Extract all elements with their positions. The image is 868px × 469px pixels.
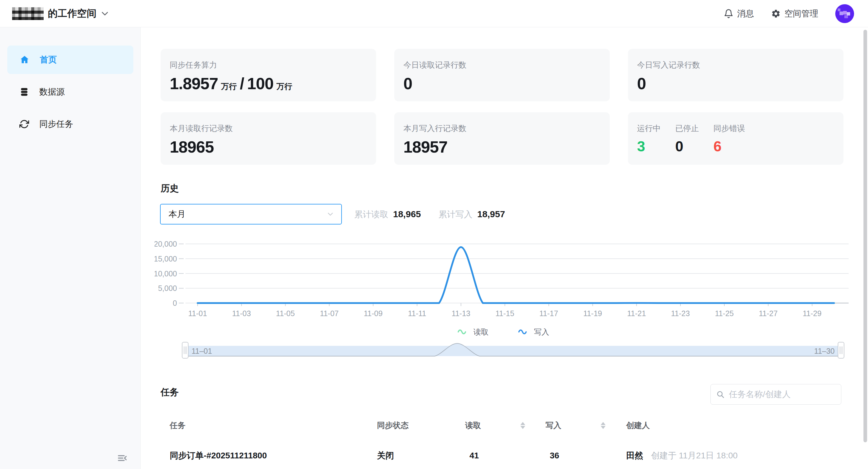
sort-down-icon [601,426,606,429]
card-month-read: 本月读取行记录数 18965 [161,112,376,165]
task-created-at: 创建于 11月21日 18:00 [651,450,738,462]
task-search[interactable] [710,384,841,405]
tasks-title: 任务 [161,386,179,399]
legend-read[interactable]: 读取 [457,327,489,337]
svg-text:11-15: 11-15 [496,309,514,318]
select-chevron-down-icon [326,210,335,218]
gear-icon [771,9,781,19]
collapse-sidebar-icon [116,452,128,464]
svg-text:11-27: 11-27 [759,309,778,318]
task-creator: 田然 [626,450,643,462]
read-wave-icon [457,328,468,335]
chart-legend: 读取 写入 [155,327,851,337]
legend-write-label: 写入 [534,327,549,337]
cumulative-write-value: 18,957 [477,209,505,219]
write-wave-icon [518,328,529,335]
database-icon [20,87,29,97]
svg-text:11–01: 11–01 [191,347,212,355]
svg-text:11-05: 11-05 [276,309,295,318]
topbar: 的工作空间 消息 空间管理 [0,0,868,27]
cumulative-write-label: 累计写入 [438,209,472,220]
date-range-value: 本月 [168,208,185,220]
svg-text:11-29: 11-29 [803,309,822,318]
svg-text:11-03: 11-03 [232,309,251,318]
card-month-read-label: 本月读取行记录数 [170,123,376,134]
home-icon [20,55,30,65]
card-month-write: 本月写入行记录数 18957 [394,112,610,165]
task-name[interactable]: 同步订单-#202511211800 [170,450,377,462]
legend-write[interactable]: 写入 [518,327,549,337]
svg-text:11-23: 11-23 [671,309,690,318]
card-today-write-value: 0 [637,74,646,93]
legend-read-label: 读取 [473,327,489,337]
sidebar-collapse-button[interactable] [116,452,128,464]
sidebar-item-home[interactable]: 首页 [7,46,133,74]
sidebar-item-sync-tasks[interactable]: 同步任务 [7,110,133,138]
svg-text:11-21: 11-21 [627,309,646,318]
table-row[interactable]: 同步订单-#202511211800 关闭 41 36 田然 创建于 11月21… [170,447,843,464]
history-line-chart[interactable]: 20,00015,00010,0005,000011-0111-0311-051… [155,240,851,325]
datazoom-slider[interactable]: 11–0111–30 [182,342,848,359]
card-today-write-label: 今日写入记录行数 [637,60,843,70]
column-read: 读取 [465,420,481,431]
status-stopped-value: 0 [675,138,699,155]
card-sync-compute-label: 同步任务算力 [170,60,376,70]
sort-up-icon [520,422,525,425]
status-error: 同步错误 6 [713,123,745,165]
sort-down-icon [520,426,525,429]
column-creator: 创建人 [626,420,843,431]
workspace-name-redacted [12,7,44,20]
card-sync-compute-quota-unit: 万行 [276,81,292,92]
svg-text:0: 0 [173,299,177,307]
cumulative-stats: 累计读取 18,965 累计写入 18,957 [354,209,505,220]
svg-text:5,000: 5,000 [158,284,177,292]
task-write-count: 36 [546,451,626,461]
sidebar-item-datasources[interactable]: 数据源 [7,78,133,106]
card-sync-compute-value: 1.8957 [170,74,218,93]
status-running-value: 3 [637,138,661,155]
svg-text:11-01: 11-01 [188,309,207,318]
date-range-select[interactable]: 本月 [160,204,342,225]
column-sync-status: 同步状态 [377,420,465,431]
svg-text:11-11: 11-11 [408,309,426,318]
status-error-label: 同步错误 [713,123,745,134]
card-today-read-label: 今日读取记录行数 [403,60,610,70]
sidebar: 首页 数据源 同步任务 [0,27,141,469]
bell-icon [724,9,734,19]
main-content: 同步任务算力 1.8957 万行 / 100 万行 今日读取记录行数 0 今日写… [141,27,868,469]
vertical-scrollbar[interactable] [864,30,867,442]
workspace-switcher[interactable]: 的工作空间 [12,7,109,20]
column-task: 任务 [170,420,377,431]
sidebar-item-sync-tasks-label: 同步任务 [39,118,73,130]
workspace-title: 的工作空间 [48,7,96,20]
messages-button[interactable]: 消息 [724,8,754,20]
task-search-input[interactable] [729,389,838,399]
sync-icon [20,119,29,129]
card-today-read-value: 0 [403,74,412,93]
sidebar-item-datasources-label: 数据源 [39,86,65,98]
task-read-count: 41 [465,451,546,461]
space-management-label: 空间管理 [784,8,818,20]
space-management-button[interactable]: 空间管理 [771,8,818,20]
sort-up-icon [601,422,606,425]
avatar[interactable] [835,4,854,23]
card-today-read: 今日读取记录行数 0 [394,49,610,101]
svg-text:11-25: 11-25 [715,309,734,318]
svg-text:11-09: 11-09 [364,309,382,318]
sort-read-button[interactable] [520,422,525,429]
svg-text:20,000: 20,000 [155,240,177,248]
card-sync-compute: 同步任务算力 1.8957 万行 / 100 万行 [161,49,376,101]
sort-write-button[interactable] [601,422,606,429]
svg-text:15,000: 15,000 [155,255,177,263]
svg-text:11-13: 11-13 [452,309,470,318]
card-sync-compute-separator: / [240,74,244,93]
card-month-write-label: 本月写入行记录数 [403,123,610,134]
status-running: 运行中 3 [637,123,661,165]
history-title: 历史 [161,182,179,195]
card-task-status: 运行中 3 已停止 0 同步错误 6 [628,112,843,165]
card-month-write-value: 18957 [403,138,447,156]
chevron-down-icon [101,9,109,18]
task-status: 关闭 [377,450,465,462]
status-stopped-label: 已停止 [675,123,699,134]
task-table-header: 任务 同步状态 读取 写入 创建人 [170,419,843,432]
